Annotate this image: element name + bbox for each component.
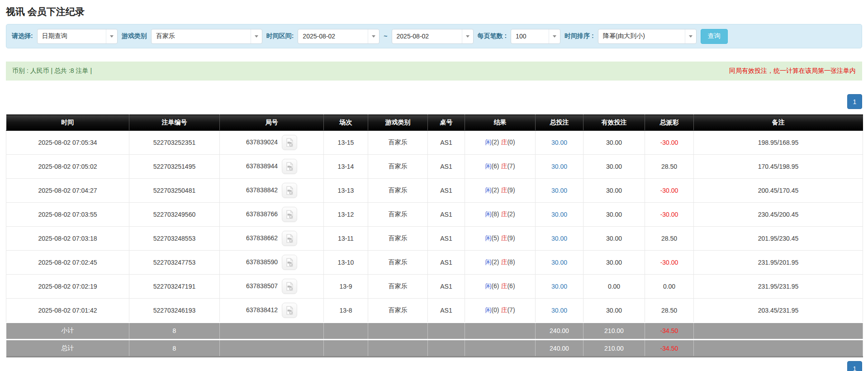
date-to-select[interactable]: 2025-08-02 bbox=[392, 29, 474, 44]
cell-game-type: 百家乐 bbox=[368, 227, 428, 251]
cell-total-bet: 30.00 bbox=[536, 275, 583, 299]
cell-empty bbox=[368, 340, 428, 357]
chevron-down-icon[interactable] bbox=[685, 29, 696, 43]
cell-session: 13-9 bbox=[324, 275, 368, 299]
cell-time: 2025-08-02 07:01:42 bbox=[6, 299, 129, 323]
cell-round-id: 637838412 bbox=[220, 299, 324, 323]
total-bet-link[interactable]: 30.00 bbox=[551, 139, 567, 146]
cell-table-no: AS1 bbox=[428, 131, 465, 155]
cell-game-type: 百家乐 bbox=[368, 179, 428, 203]
result-banker-score: (6) bbox=[507, 282, 515, 290]
chevron-down-icon[interactable] bbox=[368, 29, 379, 43]
video-replay-button[interactable] bbox=[282, 159, 297, 174]
result-player-label: 闲 bbox=[485, 162, 491, 170]
chevron-down-icon[interactable] bbox=[106, 29, 117, 43]
game-category-label: 游戏类别 bbox=[122, 32, 147, 40]
game-category-select[interactable]: 百家乐 bbox=[151, 29, 262, 44]
game-category-value: 百家乐 bbox=[152, 29, 251, 43]
time-sort-select[interactable]: 降幂(由大到小) bbox=[598, 29, 697, 44]
cell-table-no: AS1 bbox=[428, 275, 465, 299]
cell-valid-bet: 30.00 bbox=[583, 251, 645, 275]
total-bet-link[interactable]: 30.00 bbox=[551, 283, 567, 290]
cell-total-payout: 0.00 bbox=[645, 275, 694, 299]
cell-round-id: 637838842 bbox=[220, 179, 324, 203]
cell-valid-bet: 0.00 bbox=[583, 275, 645, 299]
date-to-value: 2025-08-02 bbox=[392, 29, 462, 43]
total-row-label: 总计 bbox=[6, 340, 129, 357]
chevron-down-icon[interactable] bbox=[462, 29, 473, 43]
cell-game-type: 百家乐 bbox=[368, 299, 428, 323]
total-row-valid-bet: 210.00 bbox=[583, 340, 645, 357]
total-bet-link[interactable]: 30.00 bbox=[551, 187, 567, 194]
cell-round-id: 637838590 bbox=[220, 251, 324, 275]
result-player-label: 闲 bbox=[485, 258, 491, 266]
bets-table: 时间注单编号局号场次游戏类别桌号结果总投注有效投注总派彩备注 2025-08-0… bbox=[6, 114, 863, 357]
cell-table-no: AS1 bbox=[428, 179, 465, 203]
chevron-down-icon[interactable] bbox=[251, 29, 262, 43]
cell-session: 13-15 bbox=[324, 131, 368, 155]
pagination-bottom: 1 bbox=[6, 361, 862, 371]
cell-result: 闲(2) 庄(8) bbox=[465, 251, 536, 275]
time-sort-value: 降幂(由大到小) bbox=[598, 29, 685, 43]
video-replay-button[interactable] bbox=[282, 255, 297, 270]
subtotal-row-valid-bet: 210.00 bbox=[583, 323, 645, 340]
search-button[interactable]: 查询 bbox=[701, 29, 728, 44]
video-replay-button[interactable] bbox=[282, 183, 297, 198]
cell-remark: 200.45/170.45 bbox=[694, 179, 863, 203]
cell-result: 闲(6) 庄(7) bbox=[465, 155, 536, 179]
page-size-value: 100 bbox=[511, 29, 549, 43]
total-bet-link[interactable]: 30.00 bbox=[551, 163, 567, 170]
cell-bet-id: 522703249560 bbox=[129, 203, 220, 227]
cell-round-id: 637838944 bbox=[220, 155, 324, 179]
date-from-select[interactable]: 2025-08-02 bbox=[298, 29, 379, 44]
query-type-label: 请选择: bbox=[12, 32, 33, 40]
total-bet-link[interactable]: 30.00 bbox=[551, 259, 567, 266]
page-button-1[interactable]: 1 bbox=[847, 361, 862, 371]
result-banker-label: 庄 bbox=[501, 282, 507, 290]
page-size-select[interactable]: 100 bbox=[511, 29, 560, 44]
cell-result: 闲(8) 庄(2) bbox=[465, 203, 536, 227]
video-replay-button[interactable] bbox=[282, 279, 297, 294]
table-row: 2025-08-02 07:05:02522703251495637838944… bbox=[6, 155, 863, 179]
cell-table-no: AS1 bbox=[428, 299, 465, 323]
video-replay-button[interactable] bbox=[282, 207, 297, 222]
total-bet-link[interactable]: 30.00 bbox=[551, 235, 567, 242]
cell-round-id: 637838766 bbox=[220, 203, 324, 227]
result-player-score: (6) bbox=[491, 162, 499, 170]
cell-game-type: 百家乐 bbox=[368, 251, 428, 275]
result-player-score: (5) bbox=[491, 234, 499, 242]
cell-empty bbox=[324, 323, 368, 340]
cell-total-bet: 30.00 bbox=[536, 251, 583, 275]
table-row: 2025-08-02 07:01:42522703246193637838412… bbox=[6, 299, 863, 323]
result-banker-score: (0) bbox=[507, 138, 515, 146]
cell-empty bbox=[694, 340, 863, 357]
query-type-select[interactable]: 日期查询 bbox=[37, 29, 118, 44]
cell-table-no: AS1 bbox=[428, 251, 465, 275]
video-replay-button[interactable] bbox=[282, 135, 297, 150]
page-button-1[interactable]: 1 bbox=[847, 94, 862, 109]
chevron-down-icon[interactable] bbox=[549, 29, 560, 43]
cell-session: 13-14 bbox=[324, 155, 368, 179]
column-header-remark: 备注 bbox=[694, 115, 863, 131]
cell-empty bbox=[428, 340, 465, 357]
total-row-count: 8 bbox=[129, 340, 220, 357]
result-player-score: (2) bbox=[491, 186, 499, 194]
video-replay-button[interactable] bbox=[282, 303, 297, 318]
video-file-icon bbox=[285, 305, 294, 315]
cell-remark: 231.95/201.95 bbox=[694, 251, 863, 275]
subtotal-row: 小计8240.00210.00-34.50 bbox=[6, 323, 863, 340]
video-replay-button[interactable] bbox=[282, 231, 297, 246]
cell-total-bet: 30.00 bbox=[536, 203, 583, 227]
cell-time: 2025-08-02 07:04:27 bbox=[6, 179, 129, 203]
total-bet-link[interactable]: 30.00 bbox=[551, 307, 567, 314]
table-row: 2025-08-02 07:02:19522703247191637838507… bbox=[6, 275, 863, 299]
table-row: 2025-08-02 07:04:27522703250481637838842… bbox=[6, 179, 863, 203]
total-bet-link[interactable]: 30.00 bbox=[551, 211, 567, 218]
round-id-text: 637838842 bbox=[246, 186, 278, 194]
cell-bet-id: 522703252351 bbox=[129, 131, 220, 155]
payout-value: -30.00 bbox=[660, 211, 678, 218]
cell-valid-bet: 30.00 bbox=[583, 179, 645, 203]
payout-value: 28.50 bbox=[661, 163, 677, 170]
cell-round-id: 637839024 bbox=[220, 131, 324, 155]
total-row-total-bet: 240.00 bbox=[536, 340, 583, 357]
